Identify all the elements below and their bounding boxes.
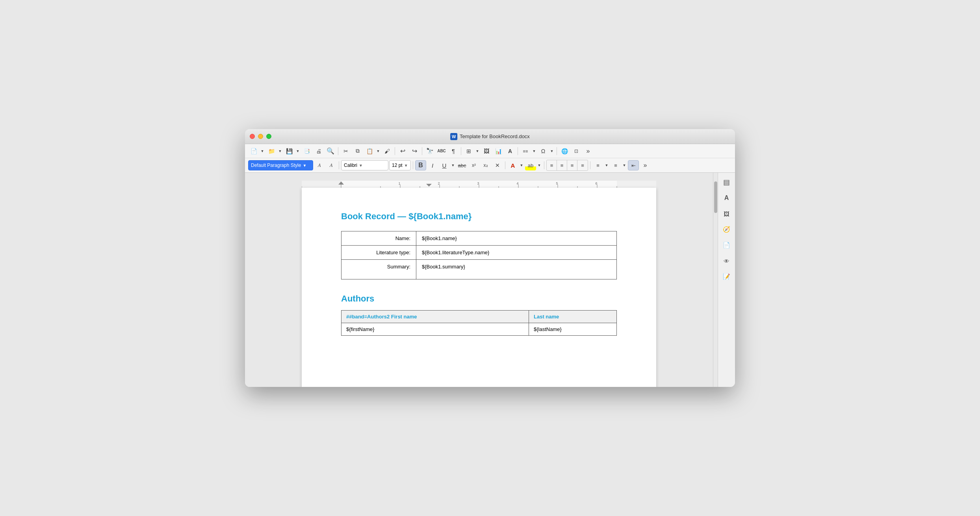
- chart-button[interactable]: 📊: [493, 146, 504, 156]
- footnote-button[interactable]: ⊡: [571, 146, 582, 156]
- literature-type-value[interactable]: ${Book1.literatureType.name}: [416, 246, 617, 260]
- firstname-value[interactable]: ${firstName}: [342, 323, 529, 336]
- svg-text:6: 6: [595, 181, 597, 185]
- font-size-dropdown[interactable]: 12 pt ▼: [389, 160, 411, 170]
- highlight-group[interactable]: ab ▼: [525, 160, 542, 170]
- character-styles-button[interactable]: A: [720, 192, 733, 204]
- table-button-group[interactable]: ⊞ ▼: [463, 146, 480, 156]
- more-format-button[interactable]: »: [640, 160, 651, 170]
- lastname-header: Last name: [529, 311, 616, 323]
- numbered-dropdown[interactable]: ▼: [622, 160, 627, 170]
- more-button[interactable]: »: [583, 146, 594, 156]
- underline-group[interactable]: U ▼: [439, 160, 456, 170]
- align-left-button[interactable]: ≡: [547, 160, 557, 170]
- font-family-dropdown[interactable]: Calibri ▼: [341, 160, 388, 170]
- close-button[interactable]: [250, 134, 255, 139]
- bullet-dropdown[interactable]: ▼: [604, 160, 609, 170]
- paste-dropdown[interactable]: ▼: [375, 146, 381, 156]
- page-view-button[interactable]: 📄: [720, 239, 733, 252]
- special-char-dropdown[interactable]: ▼: [549, 146, 555, 156]
- image-button[interactable]: 🖼: [720, 207, 733, 220]
- table-dropdown[interactable]: ▼: [475, 146, 480, 156]
- subscript-button[interactable]: x₂: [480, 160, 491, 170]
- format-paint-button[interactable]: 🖌: [382, 146, 393, 156]
- font-color-button[interactable]: A: [507, 160, 518, 170]
- field-dropdown[interactable]: ▼: [531, 146, 537, 156]
- paragraph-style-dropdown[interactable]: Default Paragraph Style ▼: [248, 160, 313, 170]
- align-justify-button[interactable]: ≡: [577, 160, 588, 170]
- clear-format-button[interactable]: ✕: [492, 160, 503, 170]
- book-record-heading: Book Record — ${Book1.name}: [341, 211, 617, 222]
- summary-value[interactable]: ${Book1.summary}: [416, 260, 617, 279]
- special-char-group[interactable]: Ω ▼: [538, 146, 555, 156]
- spellcheck-button[interactable]: ABC: [436, 146, 447, 156]
- ruler: 1 2 3 4 5 6: [302, 181, 656, 188]
- open-button[interactable]: 📁: [266, 146, 277, 156]
- new-button[interactable]: 📄: [248, 146, 259, 156]
- font-color-dropdown[interactable]: ▼: [519, 160, 524, 170]
- style-new-button[interactable]: 𝐴: [314, 160, 325, 170]
- minimize-button[interactable]: [258, 134, 263, 139]
- bold-button[interactable]: B: [415, 160, 426, 170]
- underline-button[interactable]: U: [439, 160, 450, 170]
- navigator-button[interactable]: 🧭: [720, 223, 733, 236]
- highlight-button[interactable]: ab: [525, 160, 536, 170]
- svg-text:1: 1: [398, 181, 400, 185]
- copy-button[interactable]: ⧉: [352, 146, 363, 156]
- style-update-button[interactable]: 𝐴: [326, 160, 337, 170]
- paste-button[interactable]: 📋: [364, 146, 375, 156]
- lastname-value[interactable]: ${lastName}: [529, 323, 616, 336]
- authors-heading: Authors: [341, 294, 617, 304]
- table-button[interactable]: ⊞: [463, 146, 474, 156]
- open-button-group[interactable]: 📁 ▼: [266, 146, 283, 156]
- highlight-dropdown[interactable]: ▼: [536, 160, 542, 170]
- special-char-button[interactable]: Ω: [538, 146, 549, 156]
- font-dropdown-arrow: ▼: [359, 163, 363, 168]
- hyperlink-button[interactable]: 🌐: [559, 146, 570, 156]
- strikethrough-button[interactable]: abc: [457, 160, 468, 170]
- align-center-button[interactable]: ≡: [557, 160, 567, 170]
- decrease-indent-button[interactable]: ⇤: [628, 160, 639, 170]
- field-button-group[interactable]: ≡≡ ▼: [520, 146, 537, 156]
- vertical-scrollbar[interactable]: [713, 173, 718, 387]
- font-color-group[interactable]: A ▼: [507, 160, 524, 170]
- image-button[interactable]: 🖼: [481, 146, 492, 156]
- numbered-list-group[interactable]: ≡ ▼: [610, 160, 627, 170]
- pilcrow-button[interactable]: ¶: [448, 146, 459, 156]
- name-value[interactable]: ${Book1.name}: [416, 231, 617, 246]
- maximize-button[interactable]: [266, 134, 271, 139]
- accessibility-button[interactable]: 👁: [720, 255, 733, 267]
- underline-dropdown[interactable]: ▼: [450, 160, 456, 170]
- undo-button[interactable]: ↩: [397, 146, 408, 156]
- ruler-svg: 1 2 3 4 5 6: [302, 181, 656, 188]
- cut-button[interactable]: ✂: [340, 146, 351, 156]
- export-pdf-button[interactable]: 📑: [301, 146, 312, 156]
- book-record-table: Name: ${Book1.name} Literature type: ${B…: [341, 231, 617, 279]
- superscript-button[interactable]: x²: [468, 160, 479, 170]
- save-button-group[interactable]: 💾 ▼: [284, 146, 301, 156]
- summary-label: Summary:: [342, 260, 416, 279]
- separator1: [338, 147, 338, 155]
- bullet-list-button[interactable]: ≡: [592, 160, 603, 170]
- notes-button[interactable]: 📝: [720, 270, 733, 283]
- find-button[interactable]: 🔍: [325, 146, 336, 156]
- toggle-sidebar-button[interactable]: ▤: [720, 176, 733, 189]
- alignment-group: ≡ ≡ ≡ ≡: [546, 160, 588, 171]
- paste-button-group[interactable]: 📋 ▼: [364, 146, 381, 156]
- save-dropdown[interactable]: ▼: [295, 146, 301, 156]
- new-button-group[interactable]: 📄 ▼: [248, 146, 265, 156]
- right-panel: ▤ A 🖼 🧭 📄 👁 📝: [713, 173, 735, 387]
- numbered-list-button[interactable]: ≡: [610, 160, 621, 170]
- textbox-button[interactable]: A: [505, 146, 516, 156]
- field-button[interactable]: ≡≡: [520, 146, 531, 156]
- italic-button[interactable]: I: [427, 160, 438, 170]
- align-right-button[interactable]: ≡: [567, 160, 577, 170]
- redo-button[interactable]: ↪: [409, 146, 420, 156]
- find-replace-button[interactable]: 🔭: [424, 146, 435, 156]
- new-dropdown[interactable]: ▼: [260, 146, 265, 156]
- save-button[interactable]: 💾: [284, 146, 295, 156]
- bullet-list-group[interactable]: ≡ ▼: [592, 160, 609, 170]
- print-button[interactable]: 🖨: [313, 146, 324, 156]
- open-dropdown[interactable]: ▼: [277, 146, 283, 156]
- scrollbar-thumb[interactable]: [714, 181, 717, 213]
